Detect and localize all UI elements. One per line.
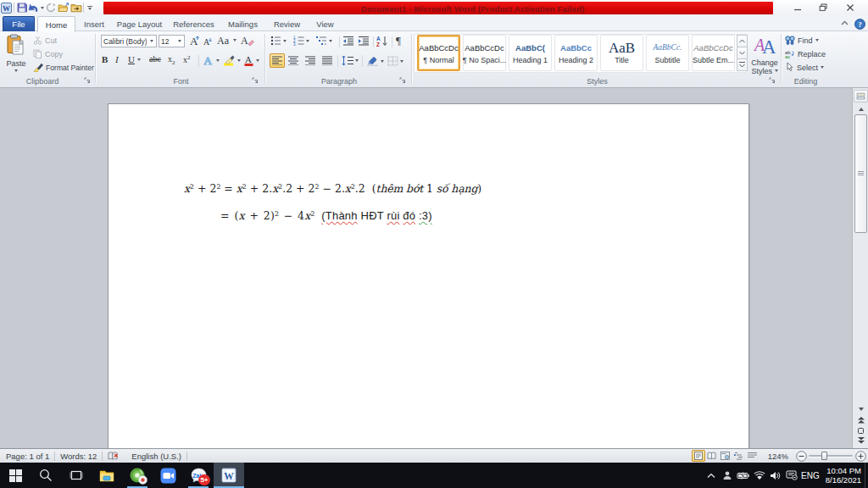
- view-outline-button[interactable]: [732, 450, 746, 462]
- close-button[interactable]: [837, 0, 863, 15]
- zalo-button[interactable]: Zalo 5+: [183, 463, 214, 488]
- cut-button[interactable]: Cut: [33, 36, 57, 45]
- task-view-button[interactable]: [61, 463, 92, 488]
- taskbar-search-button[interactable]: [31, 463, 61, 488]
- align-right-button[interactable]: [305, 56, 315, 65]
- tab-review[interactable]: Review: [267, 16, 307, 31]
- decrease-indent-button[interactable]: [342, 36, 354, 46]
- tab-references[interactable]: References: [169, 16, 219, 31]
- style-heading-1[interactable]: AaBbC(Heading 1: [509, 35, 552, 71]
- clipboard-dialog-launcher[interactable]: [84, 77, 92, 85]
- find-button[interactable]: Find: [785, 36, 819, 45]
- tab-view[interactable]: View: [309, 16, 341, 31]
- action-center-icon[interactable]: [785, 469, 798, 482]
- page-indicator[interactable]: Page: 1 of 1: [0, 449, 54, 463]
- style-subtle-em[interactable]: AaBbCcDcSubtle Em...: [692, 35, 735, 71]
- document-page[interactable]: x2 + 22 = x2 + 2.x2.2 + 22 − 2.x2.2(thêm…: [108, 103, 749, 448]
- styles-gallery-down-button[interactable]: [737, 47, 748, 59]
- styles-gallery-more-button[interactable]: [737, 58, 748, 71]
- file-explorer-button[interactable]: [92, 463, 122, 488]
- tab-insert[interactable]: Insert: [78, 16, 110, 31]
- word-logo-icon[interactable]: W: [0, 1, 13, 14]
- unikey-icon[interactable]: [721, 469, 733, 482]
- text-highlight-button[interactable]: [223, 54, 241, 66]
- view-full-screen-button[interactable]: [705, 450, 719, 462]
- help-button[interactable]: ?: [854, 18, 865, 30]
- style-heading-2[interactable]: AaBbCcHeading 2: [554, 35, 598, 71]
- coccoc-browser-button[interactable]: [122, 463, 153, 488]
- tab-file[interactable]: File: [3, 16, 35, 31]
- wifi-icon[interactable]: [753, 469, 765, 482]
- recent-file-button[interactable]: [70, 1, 82, 14]
- view-print-layout-button[interactable]: [692, 450, 705, 462]
- style-normal[interactable]: AaBbCcDc¶ Normal: [417, 35, 460, 71]
- tab-mailings[interactable]: Mailings: [221, 16, 264, 31]
- zoom-app-button[interactable]: [153, 463, 183, 488]
- bold-button[interactable]: B: [102, 54, 108, 64]
- font-name-dropdown[interactable]: [147, 36, 156, 47]
- restore-button[interactable]: [810, 0, 837, 15]
- language-indicator-tray[interactable]: ENG: [801, 469, 820, 482]
- shading-button[interactable]: [366, 56, 384, 66]
- italic-button[interactable]: I: [115, 54, 119, 64]
- taskbar-clock[interactable]: 10:04 PM 8/16/2021: [823, 466, 861, 485]
- justify-button[interactable]: [322, 56, 332, 65]
- minimize-button[interactable]: [784, 0, 810, 15]
- replace-button[interactable]: abac Replace: [785, 49, 826, 58]
- style-title[interactable]: AaBTitle: [600, 35, 643, 71]
- zoom-slider[interactable]: [809, 450, 853, 462]
- show-desktop-button[interactable]: [865, 463, 868, 488]
- font-size-dropdown[interactable]: [175, 36, 184, 47]
- view-draft-button[interactable]: [746, 450, 760, 462]
- styles-dialog-launcher[interactable]: [769, 77, 776, 85]
- save-button[interactable]: [15, 1, 28, 14]
- start-button[interactable]: [0, 463, 31, 488]
- strikethrough-button[interactable]: abc: [149, 54, 161, 64]
- font-size-combo[interactable]: 12: [159, 35, 185, 47]
- multilevel-list-button[interactable]: [316, 36, 332, 46]
- grow-font-button[interactable]: A: [188, 35, 200, 47]
- styles-gallery-up-button[interactable]: [737, 35, 748, 47]
- minimize-ribbon-button[interactable]: [837, 18, 851, 28]
- change-case-button[interactable]: Aa: [217, 35, 236, 46]
- hidden-icons-chevron[interactable]: [704, 469, 717, 482]
- previous-page-button[interactable]: [854, 415, 868, 425]
- line-spacing-button[interactable]: [342, 56, 359, 65]
- undo-button[interactable]: [28, 1, 44, 14]
- text-effects-button[interactable]: A: [203, 54, 220, 66]
- browse-object-button[interactable]: [854, 425, 868, 435]
- sort-button[interactable]: AZ: [376, 36, 388, 47]
- numbering-button[interactable]: 1.2.3.: [293, 36, 309, 46]
- font-color-button[interactable]: A: [243, 54, 259, 66]
- superscript-button[interactable]: x2: [183, 54, 191, 64]
- change-styles-button[interactable]: A A ChangeStyles: [750, 34, 779, 81]
- zoom-slider-thumb[interactable]: [821, 452, 827, 460]
- scroll-up-button[interactable]: [854, 103, 868, 114]
- copy-button[interactable]: Copy: [33, 49, 63, 58]
- word-taskbar-button[interactable]: W: [214, 463, 244, 488]
- tab-page-layout[interactable]: Page Layout: [113, 16, 166, 31]
- underline-button[interactable]: U: [128, 54, 141, 64]
- view-web-layout-button[interactable]: [719, 450, 732, 462]
- zoom-out-button[interactable]: [795, 450, 807, 462]
- zoom-level[interactable]: 124%: [760, 449, 795, 463]
- font-name-combo[interactable]: Calibri (Body): [101, 35, 157, 47]
- ruler-toggle-button[interactable]: [854, 90, 868, 103]
- word-count[interactable]: Words: 12: [55, 449, 102, 463]
- open-button[interactable]: [57, 1, 70, 14]
- proofing-status[interactable]: [103, 449, 124, 463]
- increase-indent-button[interactable]: [358, 36, 370, 46]
- battery-icon[interactable]: [737, 469, 749, 482]
- align-center-button[interactable]: [288, 56, 298, 65]
- shrink-font-button[interactable]: A: [202, 36, 212, 47]
- volume-icon[interactable]: [769, 469, 782, 482]
- paragraph-dialog-launcher[interactable]: [399, 77, 407, 85]
- scrollbar-thumb[interactable]: [854, 114, 867, 233]
- paste-button[interactable]: Paste: [3, 34, 29, 81]
- next-page-button[interactable]: [854, 435, 868, 446]
- font-dialog-launcher[interactable]: [252, 77, 259, 85]
- language-indicator[interactable]: English (U.S.): [124, 449, 186, 463]
- style-subtitle[interactable]: AaBbCc.Subtitle: [646, 35, 689, 71]
- format-painter-button[interactable]: Format Painter: [33, 63, 94, 72]
- customize-qat-button[interactable]: [85, 1, 94, 14]
